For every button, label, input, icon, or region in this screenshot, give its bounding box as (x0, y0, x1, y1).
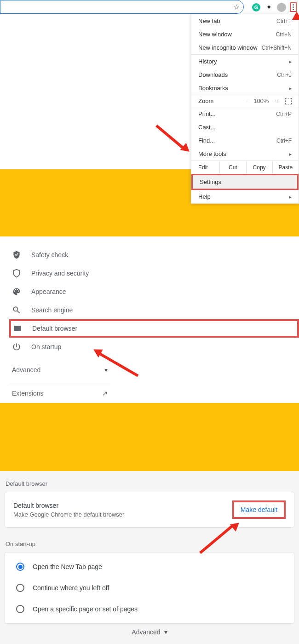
menu-new-tab[interactable]: New tabCtrl+T (191, 14, 299, 28)
divider (0, 403, 299, 471)
chrome-menu: New tabCtrl+T New windowCtrl+N New incog… (191, 14, 299, 204)
menu-more-tools[interactable]: More tools▸ (191, 147, 299, 161)
menu-paste[interactable]: Paste (273, 161, 299, 174)
sidebar-extensions[interactable]: Extensions ↗ (9, 383, 110, 403)
startup-option-continue[interactable]: Continue where you left off (13, 577, 286, 598)
address-bar[interactable]: ☆ (0, 0, 244, 14)
chevron-down-icon: ▾ (164, 628, 167, 636)
zoom-value: 100% (253, 98, 269, 104)
search-icon (12, 305, 21, 315)
sidebar-search-engine[interactable]: Search engine (9, 301, 299, 319)
shield-check-icon (12, 250, 21, 259)
profile-avatar-icon[interactable] (277, 3, 286, 12)
sidebar-default-browser[interactable]: Default browser (9, 319, 299, 338)
grammarly-icon[interactable]: G (252, 3, 260, 12)
default-browser-sub: Make Google Chrome the default browser (13, 511, 124, 518)
make-default-button[interactable]: Make default (232, 500, 286, 519)
zoom-out-button[interactable]: − (244, 98, 247, 104)
section-heading-default-browser: Default browser (0, 476, 299, 492)
sidebar-on-startup[interactable]: On startup (9, 338, 299, 356)
startup-option-specific[interactable]: Open a specific page or set of pages (13, 598, 286, 620)
chrome-menu-button[interactable] (290, 2, 297, 12)
power-icon (12, 342, 21, 351)
advanced-toggle[interactable]: Advanced ▾ (0, 624, 299, 636)
startup-option-newtab[interactable]: Open the New Tab page (13, 556, 286, 577)
default-browser-label: Default browser (13, 502, 124, 509)
annotation-arrow-head (292, 12, 299, 20)
radio-icon (16, 563, 24, 571)
menu-incognito[interactable]: New incognito windowCtrl+Shift+N (191, 41, 299, 54)
menu-find[interactable]: Find...Ctrl+F (191, 134, 299, 147)
menu-help[interactable]: Help▸ (191, 190, 299, 203)
menu-bookmarks[interactable]: Bookmarks▸ (191, 81, 299, 95)
menu-cast[interactable]: Cast... (191, 121, 299, 134)
shield-icon (12, 269, 21, 278)
sidebar-privacy[interactable]: Privacy and security (9, 264, 299, 282)
annotation-arrow (155, 125, 185, 150)
sidebar-advanced[interactable]: Advanced ▾ (9, 360, 110, 380)
menu-edit-label: Edit (191, 161, 220, 174)
open-external-icon: ↗ (102, 390, 108, 397)
menu-copy[interactable]: Copy (247, 161, 273, 174)
menu-history[interactable]: History▸ (191, 55, 299, 68)
bookmark-star-icon[interactable]: ☆ (233, 3, 240, 12)
menu-zoom: Zoom − 100% + (191, 95, 299, 107)
menu-print[interactable]: Print...Ctrl+P (191, 107, 299, 121)
radio-icon (16, 605, 24, 613)
menu-downloads[interactable]: DownloadsCtrl+J (191, 68, 299, 81)
menu-new-window[interactable]: New windowCtrl+N (191, 28, 299, 41)
default-browser-card: Default browser Make Google Chrome the d… (5, 492, 294, 528)
startup-card: Open the New Tab page Continue where you… (5, 552, 294, 624)
menu-settings[interactable]: Settings (191, 174, 299, 190)
fullscreen-icon[interactable] (285, 98, 292, 104)
browser-icon (13, 324, 22, 333)
chevron-down-icon: ▾ (104, 366, 108, 374)
palette-icon (12, 287, 21, 296)
extensions-icon[interactable]: ✦ (264, 3, 273, 12)
zoom-in-button[interactable]: + (275, 98, 279, 104)
radio-icon (16, 584, 24, 592)
menu-cut[interactable]: Cut (220, 161, 246, 174)
sidebar-appearance[interactable]: Appearance (9, 282, 299, 301)
section-heading-startup: On start-up (0, 536, 299, 552)
sidebar-safety-check[interactable]: Safety check (9, 246, 299, 264)
